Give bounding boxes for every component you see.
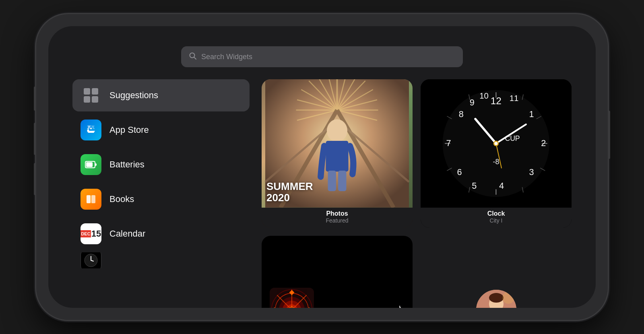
search-placeholder: Search Widgets xyxy=(201,53,252,61)
widget-grid: SUMMER 2020 Photos Featured xyxy=(262,79,572,308)
volume-down-button[interactable] xyxy=(34,163,36,195)
widget-contacts[interactable] xyxy=(421,236,572,308)
sidebar-label-calendar: Calendar xyxy=(109,229,145,239)
sidebar-item-appstore[interactable]: App Store xyxy=(72,114,250,146)
svg-rect-33 xyxy=(328,171,336,191)
svg-rect-5 xyxy=(87,195,91,203)
sidebar-label-batteries: Batteries xyxy=(109,159,144,170)
books-icon xyxy=(80,189,101,210)
svg-rect-3 xyxy=(86,162,93,167)
svg-text:11: 11 xyxy=(510,94,519,103)
svg-text:12: 12 xyxy=(491,95,502,106)
svg-text:7: 7 xyxy=(446,138,451,148)
sidebar-item-partial[interactable] xyxy=(72,252,250,268)
svg-rect-4 xyxy=(95,163,97,166)
svg-rect-34 xyxy=(338,171,346,191)
photos-summer-text: SUMMER xyxy=(266,181,313,192)
widget-photos[interactable]: SUMMER 2020 Photos Featured xyxy=(262,79,413,228)
svg-text:10: 10 xyxy=(479,91,489,100)
photos-overlay: SUMMER 2020 xyxy=(266,181,313,204)
sidebar-item-suggestions[interactable]: Suggestions xyxy=(72,79,250,111)
volume-up-button[interactable] xyxy=(34,123,36,155)
svg-text:-8: -8 xyxy=(493,158,500,166)
sidebar-item-calendar[interactable]: DEC 15 Calendar xyxy=(72,218,250,250)
widget-clock[interactable]: 12 1 2 3 4 5 6 7 8 9 10 11 xyxy=(421,79,572,228)
svg-point-88 xyxy=(502,292,514,304)
calendar-icon: DEC 15 xyxy=(80,223,101,244)
svg-text:6: 6 xyxy=(457,167,462,177)
photos-subtitle: Featured xyxy=(262,217,413,224)
svg-text:8: 8 xyxy=(459,109,464,119)
sidebar-item-batteries[interactable]: Batteries xyxy=(72,148,250,181)
main-content: Suggestions App Store xyxy=(72,79,572,308)
svg-rect-32 xyxy=(326,141,348,172)
sidebar-label-books: Books xyxy=(109,194,134,204)
clock-label: Clock City I xyxy=(421,208,572,228)
clock-subtitle: City I xyxy=(421,217,572,224)
photos-label: Photos Featured xyxy=(262,208,413,228)
svg-point-31 xyxy=(327,119,347,142)
music-album-art xyxy=(270,288,314,308)
svg-rect-6 xyxy=(91,195,95,203)
svg-text:9: 9 xyxy=(470,97,475,107)
sidebar-label-suggestions: Suggestions xyxy=(109,90,158,101)
svg-text:1: 1 xyxy=(529,109,534,119)
partial-clock-icon xyxy=(80,252,101,268)
clock-face: 12 1 2 3 4 5 6 7 8 9 10 11 xyxy=(421,79,572,208)
svg-text:4: 4 xyxy=(499,181,504,191)
photos-title: Photos xyxy=(262,210,413,217)
sidebar: Suggestions App Store xyxy=(72,79,250,308)
photos-image: SUMMER 2020 xyxy=(262,79,413,208)
phone-notch xyxy=(282,31,362,42)
search-icon xyxy=(189,52,196,62)
search-bar[interactable]: Search Widgets xyxy=(181,46,463,67)
photos-year-text: 2020 xyxy=(266,192,313,204)
suggestions-icon xyxy=(80,85,101,106)
appstore-icon xyxy=(80,120,101,140)
svg-text:2: 2 xyxy=(541,138,546,148)
phone-screen: Search Widgets Suggestions xyxy=(48,26,596,308)
power-button[interactable] xyxy=(608,111,610,159)
svg-point-86 xyxy=(489,293,504,303)
batteries-icon xyxy=(80,154,101,175)
svg-point-66 xyxy=(494,142,497,145)
svg-text:3: 3 xyxy=(529,167,534,177)
svg-line-1 xyxy=(194,57,196,59)
phone-device: Search Widgets Suggestions xyxy=(36,14,608,320)
clock-title: Clock xyxy=(421,210,572,217)
mute-button[interactable] xyxy=(34,87,36,111)
contact-avatar xyxy=(476,290,516,308)
sidebar-item-books[interactable]: Books xyxy=(72,183,250,215)
sidebar-label-appstore: App Store xyxy=(109,125,149,135)
widget-music[interactable]: ♪ xyxy=(262,236,413,308)
music-note-icon: ♪ xyxy=(395,299,405,308)
svg-text:5: 5 xyxy=(472,181,477,191)
